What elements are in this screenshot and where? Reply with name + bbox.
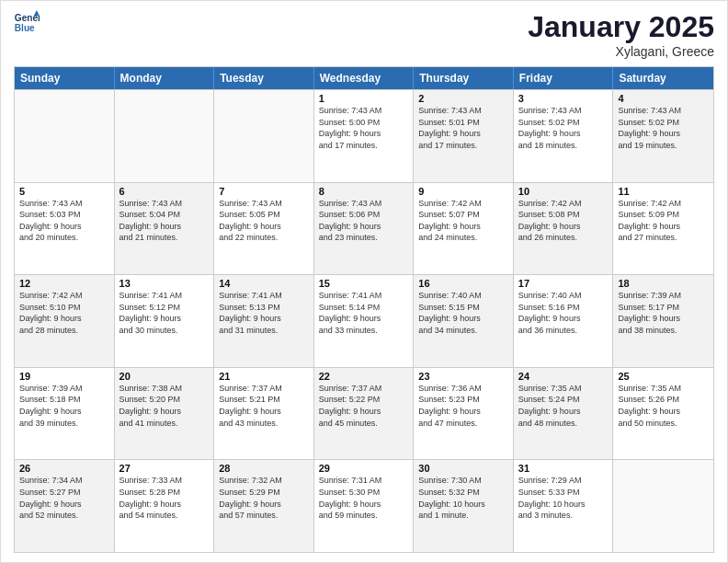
day-cell-12: 12Sunrise: 7:42 AM Sunset: 5:10 PM Dayli… (15, 275, 115, 367)
week-row-5: 26Sunrise: 7:34 AM Sunset: 5:27 PM Dayli… (15, 459, 713, 552)
day-number: 11 (618, 186, 709, 197)
day-cell-empty (115, 90, 215, 182)
page: General Blue January 2025 Xylagani, Gree… (0, 0, 728, 563)
day-cell-11: 11Sunrise: 7:42 AM Sunset: 5:09 PM Dayli… (613, 183, 713, 275)
day-cell-22: 22Sunrise: 7:37 AM Sunset: 5:22 PM Dayli… (314, 368, 415, 460)
logo-icon: General Blue (14, 10, 40, 36)
day-number: 10 (518, 186, 609, 197)
day-cell-18: 18Sunrise: 7:39 AM Sunset: 5:17 PM Dayli… (613, 275, 713, 367)
day-info: Sunrise: 7:43 AM Sunset: 5:03 PM Dayligh… (19, 198, 109, 244)
day-info: Sunrise: 7:33 AM Sunset: 5:28 PM Dayligh… (119, 475, 210, 521)
day-cell-empty (613, 460, 713, 552)
day-info: Sunrise: 7:43 AM Sunset: 5:02 PM Dayligh… (618, 105, 709, 151)
day-info: Sunrise: 7:43 AM Sunset: 5:02 PM Dayligh… (518, 105, 609, 151)
day-info: Sunrise: 7:43 AM Sunset: 5:06 PM Dayligh… (319, 198, 409, 244)
day-info: Sunrise: 7:41 AM Sunset: 5:12 PM Dayligh… (119, 290, 210, 336)
day-info: Sunrise: 7:42 AM Sunset: 5:07 PM Dayligh… (418, 198, 508, 244)
calendar-body: 1Sunrise: 7:43 AM Sunset: 5:00 PM Daylig… (15, 89, 713, 552)
day-info: Sunrise: 7:37 AM Sunset: 5:21 PM Dayligh… (219, 383, 309, 429)
day-number: 8 (319, 186, 409, 197)
day-cell-9: 9Sunrise: 7:42 AM Sunset: 5:07 PM Daylig… (414, 183, 514, 275)
day-number: 18 (618, 278, 709, 289)
day-number: 25 (618, 371, 709, 382)
day-number: 26 (19, 463, 109, 474)
day-info: Sunrise: 7:43 AM Sunset: 5:04 PM Dayligh… (119, 198, 210, 244)
day-info: Sunrise: 7:37 AM Sunset: 5:22 PM Dayligh… (319, 383, 409, 429)
day-cell-8: 8Sunrise: 7:43 AM Sunset: 5:06 PM Daylig… (314, 183, 415, 275)
day-number: 5 (19, 186, 109, 197)
day-info: Sunrise: 7:42 AM Sunset: 5:09 PM Dayligh… (618, 198, 709, 244)
day-number: 9 (418, 186, 508, 197)
week-row-3: 12Sunrise: 7:42 AM Sunset: 5:10 PM Dayli… (15, 274, 713, 367)
day-cell-14: 14Sunrise: 7:41 AM Sunset: 5:13 PM Dayli… (214, 275, 314, 367)
day-cell-6: 6Sunrise: 7:43 AM Sunset: 5:04 PM Daylig… (115, 183, 215, 275)
day-header-monday: Monday (115, 67, 215, 89)
day-cell-20: 20Sunrise: 7:38 AM Sunset: 5:20 PM Dayli… (115, 368, 215, 460)
day-info: Sunrise: 7:39 AM Sunset: 5:17 PM Dayligh… (618, 290, 709, 336)
day-cell-25: 25Sunrise: 7:35 AM Sunset: 5:26 PM Dayli… (613, 368, 713, 460)
day-number: 31 (518, 463, 609, 474)
logo: General Blue (14, 10, 40, 36)
day-info: Sunrise: 7:36 AM Sunset: 5:23 PM Dayligh… (418, 383, 508, 429)
header: General Blue January 2025 Xylagani, Gree… (14, 10, 714, 59)
day-info: Sunrise: 7:34 AM Sunset: 5:27 PM Dayligh… (19, 475, 109, 521)
day-header-thursday: Thursday (414, 67, 514, 89)
day-header-friday: Friday (514, 67, 614, 89)
day-cell-24: 24Sunrise: 7:35 AM Sunset: 5:24 PM Dayli… (514, 368, 614, 460)
day-number: 28 (219, 463, 309, 474)
day-info: Sunrise: 7:41 AM Sunset: 5:13 PM Dayligh… (219, 290, 309, 336)
day-cell-16: 16Sunrise: 7:40 AM Sunset: 5:15 PM Dayli… (414, 275, 514, 367)
day-info: Sunrise: 7:43 AM Sunset: 5:05 PM Dayligh… (219, 198, 309, 244)
day-cell-13: 13Sunrise: 7:41 AM Sunset: 5:12 PM Dayli… (115, 275, 215, 367)
day-header-wednesday: Wednesday (314, 67, 415, 89)
day-number: 23 (418, 371, 508, 382)
day-cell-21: 21Sunrise: 7:37 AM Sunset: 5:21 PM Dayli… (214, 368, 314, 460)
day-number: 3 (518, 93, 609, 104)
day-cell-29: 29Sunrise: 7:31 AM Sunset: 5:30 PM Dayli… (314, 460, 415, 552)
month-title: January 2025 (528, 10, 714, 44)
svg-text:Blue: Blue (15, 23, 35, 33)
day-cell-2: 2Sunrise: 7:43 AM Sunset: 5:01 PM Daylig… (414, 90, 514, 182)
day-info: Sunrise: 7:40 AM Sunset: 5:16 PM Dayligh… (518, 290, 609, 336)
day-cell-7: 7Sunrise: 7:43 AM Sunset: 5:05 PM Daylig… (214, 183, 314, 275)
day-number: 7 (219, 186, 309, 197)
day-cell-27: 27Sunrise: 7:33 AM Sunset: 5:28 PM Dayli… (115, 460, 215, 552)
day-number: 20 (119, 371, 210, 382)
day-cell-30: 30Sunrise: 7:30 AM Sunset: 5:32 PM Dayli… (414, 460, 514, 552)
day-cell-1: 1Sunrise: 7:43 AM Sunset: 5:00 PM Daylig… (314, 90, 415, 182)
day-number: 14 (219, 278, 309, 289)
day-number: 6 (119, 186, 210, 197)
day-info: Sunrise: 7:35 AM Sunset: 5:24 PM Dayligh… (518, 383, 609, 429)
day-info: Sunrise: 7:35 AM Sunset: 5:26 PM Dayligh… (618, 383, 709, 429)
day-cell-4: 4Sunrise: 7:43 AM Sunset: 5:02 PM Daylig… (613, 90, 713, 182)
week-row-4: 19Sunrise: 7:39 AM Sunset: 5:18 PM Dayli… (15, 367, 713, 460)
subtitle: Xylagani, Greece (528, 44, 714, 59)
day-info: Sunrise: 7:42 AM Sunset: 5:08 PM Dayligh… (518, 198, 609, 244)
day-cell-28: 28Sunrise: 7:32 AM Sunset: 5:29 PM Dayli… (214, 460, 314, 552)
day-info: Sunrise: 7:43 AM Sunset: 5:01 PM Dayligh… (418, 105, 508, 151)
day-cell-26: 26Sunrise: 7:34 AM Sunset: 5:27 PM Dayli… (15, 460, 115, 552)
day-number: 16 (418, 278, 508, 289)
day-info: Sunrise: 7:41 AM Sunset: 5:14 PM Dayligh… (319, 290, 409, 336)
day-cell-23: 23Sunrise: 7:36 AM Sunset: 5:23 PM Dayli… (414, 368, 514, 460)
day-number: 24 (518, 371, 609, 382)
day-header-tuesday: Tuesday (214, 67, 314, 89)
day-number: 27 (119, 463, 210, 474)
day-number: 1 (319, 93, 409, 104)
day-cell-empty (15, 90, 115, 182)
calendar-header-row: SundayMondayTuesdayWednesdayThursdayFrid… (15, 67, 713, 89)
title-block: January 2025 Xylagani, Greece (528, 10, 714, 59)
day-info: Sunrise: 7:29 AM Sunset: 5:33 PM Dayligh… (518, 475, 609, 521)
day-cell-17: 17Sunrise: 7:40 AM Sunset: 5:16 PM Dayli… (514, 275, 614, 367)
day-info: Sunrise: 7:31 AM Sunset: 5:30 PM Dayligh… (319, 475, 409, 521)
day-cell-31: 31Sunrise: 7:29 AM Sunset: 5:33 PM Dayli… (514, 460, 614, 552)
day-info: Sunrise: 7:38 AM Sunset: 5:20 PM Dayligh… (119, 383, 210, 429)
day-header-saturday: Saturday (613, 67, 713, 89)
day-number: 2 (418, 93, 508, 104)
calendar: SundayMondayTuesdayWednesdayThursdayFrid… (14, 66, 714, 553)
day-number: 17 (518, 278, 609, 289)
day-info: Sunrise: 7:43 AM Sunset: 5:00 PM Dayligh… (319, 105, 409, 151)
day-number: 30 (418, 463, 508, 474)
day-cell-15: 15Sunrise: 7:41 AM Sunset: 5:14 PM Dayli… (314, 275, 415, 367)
day-cell-19: 19Sunrise: 7:39 AM Sunset: 5:18 PM Dayli… (15, 368, 115, 460)
